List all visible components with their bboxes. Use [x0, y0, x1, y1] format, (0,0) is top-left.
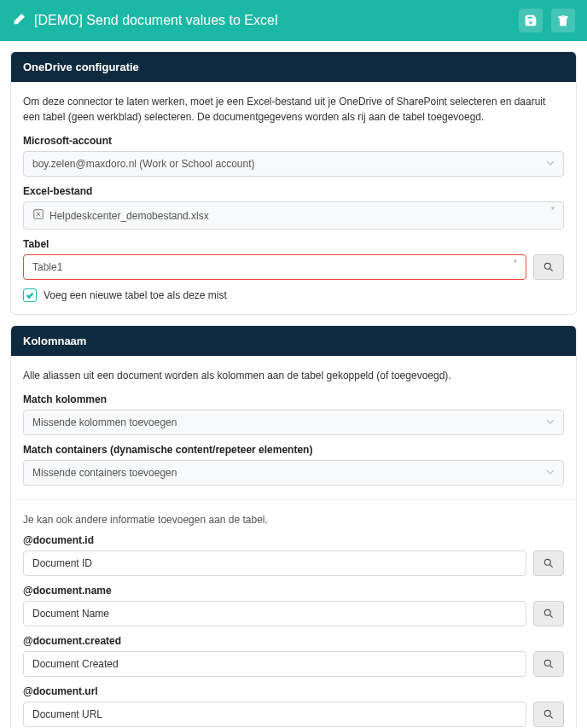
- field-input-1[interactable]: [23, 601, 526, 626]
- search-icon: [543, 608, 555, 620]
- columns-card: Kolomnaam Alle aliassen uit een document…: [10, 325, 577, 728]
- onedrive-config-card: OneDrive configuratie Om deze connector …: [10, 51, 577, 315]
- add-table-label: Voeg een nieuwe tabel toe als deze mist: [44, 289, 227, 301]
- delete-button[interactable]: [551, 9, 575, 32]
- search-icon: [543, 557, 555, 569]
- field-label-3: @document.url: [23, 685, 564, 697]
- edit-icon: [12, 13, 26, 29]
- field-search-button-3[interactable]: [533, 702, 564, 727]
- account-label: Microsoft-account: [23, 135, 564, 147]
- svg-line-6: [550, 615, 553, 618]
- table-search-button[interactable]: [533, 254, 564, 280]
- extra-info-text: Je kan ook andere informatie toevoegen a…: [23, 514, 564, 526]
- field-input-2[interactable]: [23, 651, 526, 677]
- trash-icon: [556, 14, 570, 27]
- required-asterisk: *: [514, 258, 517, 268]
- search-icon: [543, 708, 555, 720]
- file-value: Helpdeskcenter_demobestand.xlsx: [49, 210, 209, 222]
- card-header-onedrive: OneDrive configuratie: [11, 52, 576, 82]
- table-label: Tabel: [23, 238, 564, 250]
- svg-point-5: [544, 609, 550, 615]
- chevron-down-icon: [546, 467, 555, 479]
- match-containers-value: Missende containers toevoegen: [32, 467, 177, 479]
- check-icon: [26, 291, 34, 300]
- svg-point-1: [544, 263, 550, 269]
- field-search-button-0[interactable]: [533, 550, 564, 576]
- field-label-1: @document.name: [23, 585, 564, 597]
- page-title: [DEMO] Send document values to Excel: [34, 13, 510, 28]
- match-cols-label: Match kolommen: [23, 393, 564, 405]
- file-label: Excel-bestand: [23, 185, 564, 197]
- divider: [11, 499, 576, 500]
- field-label-0: @document.id: [23, 534, 564, 546]
- search-icon: [543, 658, 555, 670]
- field-search-button-2[interactable]: [533, 651, 564, 677]
- onedrive-description: Om deze connector te laten werken, moet …: [23, 94, 564, 125]
- account-select[interactable]: boy.zelen@maxdoro.nl (Work or School acc…: [23, 151, 564, 177]
- field-search-button-1[interactable]: [533, 601, 564, 626]
- svg-point-3: [544, 559, 550, 565]
- match-containers-label: Match containers (dynamische content/rep…: [23, 444, 564, 456]
- save-button[interactable]: [519, 9, 543, 32]
- svg-point-7: [544, 660, 550, 666]
- svg-point-9: [544, 710, 550, 716]
- page-header: [DEMO] Send document values to Excel: [0, 0, 587, 41]
- svg-line-8: [550, 666, 553, 668]
- add-table-checkbox[interactable]: [23, 288, 37, 302]
- field-input-3[interactable]: [23, 702, 526, 727]
- svg-line-10: [550, 716, 553, 719]
- search-icon: [543, 261, 555, 273]
- table-select[interactable]: Table1 *: [23, 254, 526, 280]
- excel-file-icon: [32, 208, 44, 223]
- match-cols-select[interactable]: Missende kolommen toevoegen: [23, 410, 564, 435]
- svg-line-4: [550, 565, 553, 568]
- field-label-2: @document.created: [23, 635, 564, 647]
- file-select[interactable]: Helpdeskcenter_demobestand.xlsx *: [23, 201, 564, 230]
- account-value: boy.zelen@maxdoro.nl (Work or School acc…: [32, 158, 255, 170]
- match-cols-value: Missende kolommen toevoegen: [32, 416, 177, 428]
- card-header-columns: Kolomnaam: [11, 326, 576, 356]
- chevron-down-icon: [546, 416, 555, 428]
- required-asterisk: *: [551, 205, 555, 215]
- save-icon: [524, 14, 538, 27]
- match-containers-select[interactable]: Missende containers toevoegen: [23, 460, 564, 486]
- columns-description: Alle aliassen uit een document worden al…: [23, 368, 564, 383]
- svg-line-2: [550, 269, 553, 271]
- table-value: Table1: [32, 261, 62, 273]
- chevron-down-icon: [546, 158, 555, 170]
- field-input-0[interactable]: [23, 550, 526, 576]
